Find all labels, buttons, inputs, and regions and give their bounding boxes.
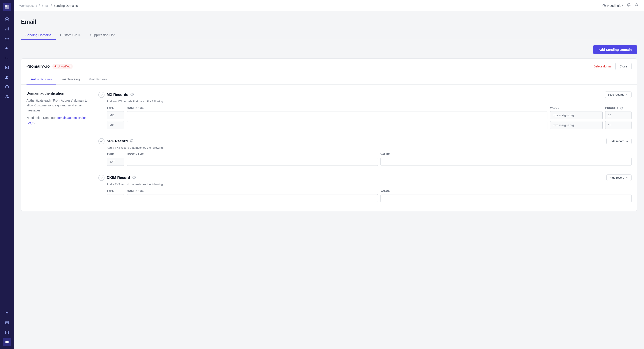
activity-icon[interactable] — [3, 309, 12, 318]
need-help-label: Need help? — [607, 4, 623, 7]
mx-records-section: MX Records Hide records Add two MX recor… — [98, 91, 632, 131]
user-avatar[interactable] — [634, 3, 639, 8]
spf-row1-value[interactable] — [380, 158, 632, 166]
table-icon[interactable] — [3, 328, 12, 337]
hide-spf-record-button[interactable]: Hide record — [606, 138, 632, 144]
spf-help-icon[interactable] — [130, 139, 134, 143]
mx-row2-value[interactable] — [550, 121, 602, 129]
svg-rect-1 — [7, 5, 9, 7]
mx-records-header: MX Records Hide records — [98, 91, 632, 98]
dkim-col-type: TYPE — [107, 189, 124, 192]
dkim-row1-value[interactable] — [380, 194, 632, 202]
tab-custom-smtp[interactable]: Custom SMTP — [56, 30, 86, 40]
object-icon[interactable] — [3, 82, 12, 91]
dkim-row1-type[interactable] — [107, 194, 124, 202]
mx-col-value: VALUE — [550, 106, 602, 109]
svg-point-18 — [6, 322, 8, 323]
mx-row1-hostname[interactable] — [127, 111, 548, 119]
page-body: Email Sending Domains Custom SMTP Suppre… — [14, 11, 644, 349]
domain-actions: Delete domain Close — [594, 63, 632, 70]
domain-info: Domain authentication Authenticate each … — [26, 91, 88, 204]
people-icon[interactable] — [3, 73, 12, 81]
breadcrumb-sep1: / — [39, 4, 40, 7]
target-icon[interactable] — [3, 34, 12, 43]
notification-icon[interactable] — [626, 3, 631, 8]
breadcrumb-section: Sending Domains — [54, 4, 78, 7]
help-suffix: . — [34, 121, 35, 125]
spf-row1-type[interactable] — [107, 158, 124, 166]
spf-record-table: TYPE HOST NAME VALUE — [107, 153, 632, 166]
domain-name: <domain>.io — [26, 64, 50, 69]
data-icon[interactable] — [3, 318, 12, 327]
domain-auth-heading: Domain authentication — [26, 91, 88, 95]
status-dot — [54, 65, 56, 67]
hide-dkim-record-button[interactable]: Hide record — [606, 174, 632, 181]
main-content: Workspace 1 / Email / Sending Domains Ne… — [14, 0, 644, 349]
segment-icon[interactable] — [3, 92, 12, 101]
breadcrumb-workspace[interactable]: Workspace 1 — [19, 4, 37, 7]
tab-link-tracking[interactable]: Link Tracking — [56, 74, 84, 84]
dkim-record-subtitle: Add a TXT record that matches the follow… — [107, 183, 632, 186]
add-sending-domain-button[interactable]: Add Sending Domain — [593, 45, 637, 54]
mx-row2-priority[interactable] — [605, 121, 632, 129]
tab-authentication[interactable]: Authentication — [26, 74, 56, 84]
mx-row1-value[interactable] — [550, 111, 602, 119]
mx-row2-hostname[interactable] — [127, 121, 548, 129]
dkim-row1-hostname[interactable] — [127, 194, 378, 202]
svg-rect-0 — [5, 5, 7, 7]
mx-table-header: TYPE HOST NAME VALUE PRIORITY — [107, 106, 632, 109]
mx-records-title: MX Records — [107, 93, 128, 97]
hide-mx-records-button[interactable]: Hide records — [605, 91, 632, 98]
svg-point-25 — [636, 4, 638, 5]
spf-row1-hostname[interactable] — [127, 158, 378, 166]
close-button[interactable]: Close — [615, 63, 632, 70]
svg-rect-2 — [5, 7, 7, 9]
mx-help-icon[interactable] — [130, 93, 134, 97]
tab-sending-domains[interactable]: Sending Domains — [21, 30, 56, 40]
chart-icon[interactable] — [3, 24, 12, 33]
dkim-help-icon[interactable] — [132, 176, 136, 180]
domain-name-row: <domain>.io Unverified — [26, 64, 73, 69]
svg-marker-15 — [6, 85, 8, 88]
spf-col-hostname: HOST NAME — [127, 153, 378, 156]
dkim-record-title: DKIM Record — [107, 176, 130, 180]
top-tabs: Sending Domains Custom SMTP Suppression … — [21, 30, 637, 40]
svg-point-13 — [6, 76, 7, 77]
need-help-button[interactable]: Need help? — [602, 4, 623, 7]
megaphone-icon[interactable] — [3, 44, 12, 52]
spf-col-type: TYPE — [107, 153, 124, 156]
mx-col-type: TYPE — [107, 106, 124, 109]
spf-table-header: TYPE HOST NAME VALUE — [107, 153, 632, 156]
terminal-icon[interactable] — [3, 53, 12, 62]
settings-icon[interactable] — [3, 338, 12, 346]
dkim-record-table: TYPE HOST NAME VALUE — [107, 189, 632, 202]
dkim-col-hostname: HOST NAME — [127, 189, 378, 192]
svg-point-27 — [132, 95, 132, 95]
mx-row1-priority[interactable] — [605, 111, 632, 119]
domain-auth-help: Need help? Read our domain authenticatio… — [26, 115, 88, 125]
domain-auth-description: Authenticate each "From Address" domain … — [26, 98, 88, 113]
spf-record-subtitle: Add a TXT record that matches the follow… — [107, 146, 632, 149]
tab-mail-servers[interactable]: Mail Servers — [84, 74, 111, 84]
mx-row-1 — [107, 111, 632, 119]
mx-row1-type[interactable] — [107, 111, 124, 119]
topbar-right: Need help? — [602, 3, 639, 8]
hide-dkim-label: Hide record — [610, 176, 624, 179]
app-logo[interactable] — [3, 3, 12, 11]
spf-record-title: SPF Record — [107, 139, 128, 143]
spf-row-1 — [107, 158, 632, 166]
breadcrumb-email[interactable]: Email — [42, 4, 49, 7]
records-panel: MX Records Hide records Add two MX recor… — [98, 91, 632, 204]
dashboard-icon[interactable] — [3, 15, 12, 24]
mx-row2-type[interactable] — [107, 121, 124, 129]
svg-rect-19 — [6, 331, 8, 334]
spf-check-icon — [98, 138, 104, 144]
svg-point-14 — [8, 76, 8, 77]
breadcrumb: Workspace 1 / Email / Sending Domains — [19, 4, 78, 7]
spf-record-section: SPF Record Hide record Add a TXT record … — [98, 138, 632, 167]
tab-suppression-list[interactable]: Suppression List — [86, 30, 119, 40]
inbox-icon[interactable] — [3, 63, 12, 72]
status-label: Unverified — [58, 65, 70, 68]
delete-domain-button[interactable]: Delete domain — [594, 63, 613, 70]
mx-row-2 — [107, 121, 632, 129]
